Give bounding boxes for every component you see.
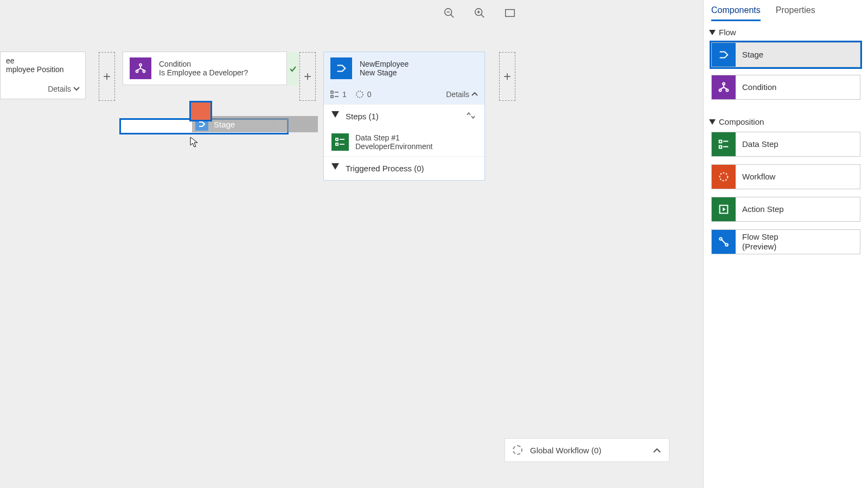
svg-point-33 bbox=[720, 173, 728, 181]
tab-properties[interactable]: Properties bbox=[776, 5, 815, 21]
details-label: Details bbox=[446, 90, 469, 99]
stage-icon bbox=[330, 57, 352, 79]
svg-point-24 bbox=[719, 89, 722, 91]
section-flow-header[interactable]: Flow bbox=[709, 28, 863, 37]
drag-ghost-label: Stage bbox=[214, 120, 235, 129]
sidepanel-tabs: Components Properties bbox=[704, 0, 868, 21]
svg-rect-19 bbox=[336, 138, 338, 140]
component-stage[interactable]: Stage bbox=[711, 42, 860, 67]
data-step-icon bbox=[331, 133, 349, 151]
expand-triangle-icon bbox=[709, 30, 716, 35]
global-workflow-bar[interactable]: Global Workflow (0) bbox=[505, 438, 669, 462]
zoom-out-button[interactable] bbox=[441, 4, 458, 22]
condition-type-label: Condition bbox=[159, 60, 248, 68]
svg-rect-14 bbox=[331, 91, 333, 93]
svg-point-18 bbox=[356, 91, 363, 98]
flow-step-icon bbox=[712, 230, 736, 254]
tab-components[interactable]: Components bbox=[711, 5, 761, 21]
details-toggle[interactable]: Details bbox=[446, 90, 478, 99]
svg-line-12 bbox=[137, 68, 141, 70]
expand-triangle-icon bbox=[331, 163, 339, 174]
add-node-dropzone[interactable]: + bbox=[299, 52, 316, 101]
global-workflow-label: Global Workflow (0) bbox=[530, 446, 601, 455]
cursor-icon bbox=[190, 137, 199, 150]
section-flow-label: Flow bbox=[719, 28, 736, 37]
svg-rect-20 bbox=[336, 143, 338, 145]
data-step-row[interactable]: Data Step #1 DeveloperEnvironment bbox=[324, 128, 484, 156]
condition-icon bbox=[130, 57, 151, 79]
svg-line-27 bbox=[720, 87, 724, 89]
component-workflow[interactable]: Workflow bbox=[711, 164, 860, 189]
designer-canvas[interactable]: ee mployee Position Details + Condition … bbox=[0, 0, 703, 488]
condition-true-branch[interactable] bbox=[287, 52, 299, 86]
step-field: DeveloperEnvironment bbox=[355, 142, 432, 151]
workflow-icon bbox=[513, 445, 522, 455]
component-label: Action Step bbox=[736, 204, 790, 214]
stage-subtitle: New Stage bbox=[360, 68, 409, 77]
details-label: Details bbox=[48, 85, 71, 93]
chevron-up-icon bbox=[471, 92, 478, 97]
component-label: Stage bbox=[736, 50, 770, 60]
stage-name-partial: ee bbox=[6, 56, 80, 65]
component-data-step[interactable]: Data Step bbox=[711, 132, 860, 157]
svg-rect-15 bbox=[331, 95, 333, 98]
svg-line-1 bbox=[451, 15, 454, 18]
add-node-dropzone[interactable]: + bbox=[499, 52, 515, 101]
zoom-in-button[interactable] bbox=[471, 4, 488, 22]
triggered-process-label: Triggered Process (0) bbox=[346, 164, 477, 173]
action-step-icon bbox=[712, 197, 736, 221]
expand-triangle-icon bbox=[331, 111, 339, 121]
fit-screen-button[interactable] bbox=[501, 4, 519, 22]
svg-point-9 bbox=[136, 70, 138, 72]
zoom-in-icon bbox=[474, 7, 486, 19]
svg-line-28 bbox=[724, 87, 727, 89]
step-title: Data Step #1 bbox=[355, 133, 432, 142]
chevron-down-icon bbox=[73, 87, 80, 91]
svg-point-37 bbox=[725, 243, 728, 246]
condition-icon bbox=[712, 75, 736, 99]
svg-rect-29 bbox=[719, 140, 722, 143]
svg-line-13 bbox=[141, 68, 144, 70]
svg-point-25 bbox=[726, 89, 728, 91]
details-toggle[interactable]: Details bbox=[1, 77, 85, 99]
component-label: Workflow bbox=[736, 172, 782, 182]
stage-name: NewEmployee bbox=[360, 60, 409, 68]
add-node-dropzone[interactable]: + bbox=[99, 52, 115, 101]
steps-section-header[interactable]: Steps (1) bbox=[324, 104, 484, 128]
svg-rect-30 bbox=[719, 146, 722, 149]
stage-subtitle-partial: mployee Position bbox=[6, 65, 80, 74]
svg-rect-7 bbox=[506, 10, 515, 17]
chevron-up-icon bbox=[653, 446, 661, 455]
svg-marker-35 bbox=[723, 207, 726, 211]
steps-header-label: Steps (1) bbox=[346, 112, 458, 121]
stage-node-expanded[interactable]: NewEmployee New Stage 1 0 Details bbox=[323, 52, 485, 181]
component-label: Flow Step (Preview) bbox=[736, 232, 785, 252]
component-condition[interactable]: Condition bbox=[711, 75, 860, 100]
workflow-count-badge: 0 bbox=[355, 90, 372, 99]
side-panel: Components Properties Flow Stage Conditi… bbox=[703, 0, 868, 488]
canvas-toolbar bbox=[441, 4, 519, 22]
condition-question: Is Employee a Developer? bbox=[159, 68, 248, 77]
data-step-icon bbox=[712, 132, 736, 156]
workflow-icon bbox=[712, 165, 736, 189]
component-flow-step[interactable]: Flow Step (Preview) bbox=[711, 229, 860, 254]
svg-point-8 bbox=[139, 64, 142, 66]
svg-point-10 bbox=[143, 70, 145, 72]
stage-node-partial[interactable]: ee mployee Position Details bbox=[0, 52, 86, 99]
fit-screen-icon bbox=[504, 7, 516, 19]
triggered-process-header[interactable]: Triggered Process (0) bbox=[324, 156, 484, 180]
zoom-out-icon bbox=[443, 7, 455, 19]
check-icon bbox=[289, 65, 297, 73]
reorder-arrows[interactable] bbox=[465, 112, 477, 121]
svg-point-23 bbox=[723, 83, 725, 85]
drop-invalid-badge bbox=[189, 101, 212, 121]
svg-point-36 bbox=[719, 237, 722, 240]
section-composition-label: Composition bbox=[719, 117, 764, 126]
section-composition-header[interactable]: Composition bbox=[709, 117, 863, 126]
expand-triangle-icon bbox=[709, 119, 716, 125]
condition-node[interactable]: Condition Is Employee a Developer? bbox=[123, 52, 287, 85]
component-action-step[interactable]: Action Step bbox=[711, 197, 860, 222]
svg-line-38 bbox=[722, 240, 725, 243]
component-label: Data Step bbox=[736, 139, 785, 149]
stage-icon bbox=[712, 43, 736, 67]
